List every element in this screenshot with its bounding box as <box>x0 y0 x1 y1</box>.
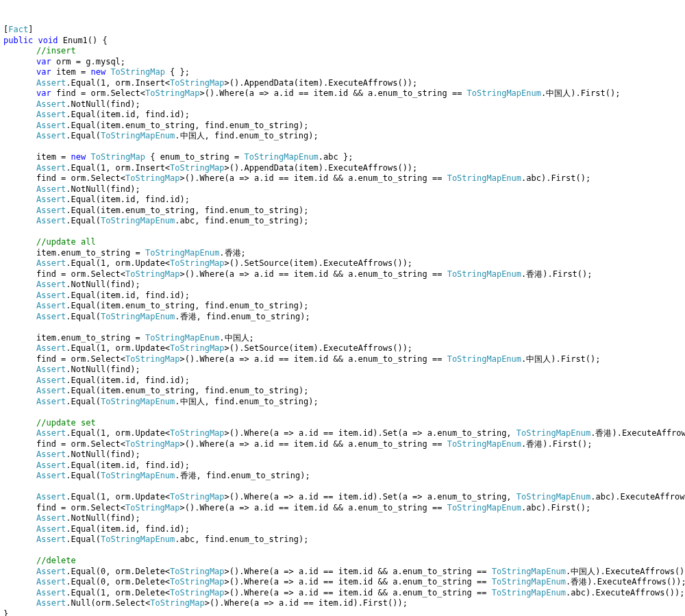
ln: Assert.Equal(ToStringMapEnum.中国人, find.e… <box>36 397 682 408</box>
ln: Assert.Equal(1, orm.Update<ToStringMap>(… <box>36 428 682 439</box>
ln: Assert.Equal(item.id, find.id); <box>36 110 682 121</box>
ln: Assert.NotNull(find); <box>36 184 682 195</box>
ln: Assert.Equal(1, orm.Delete<ToStringMap>(… <box>36 588 682 599</box>
blank <box>36 142 682 153</box>
ln: item.enum_to_string = ToStringMapEnum.中国… <box>36 333 682 344</box>
ln: item = new ToStringMap { enum_to_string … <box>36 152 682 163</box>
blank <box>36 227 682 238</box>
ln: Assert.Equal(ToStringMapEnum.中国人, find.e… <box>36 131 682 142</box>
ln: Assert.Equal(0, orm.Delete<ToStringMap>(… <box>36 567 682 578</box>
ln: Assert.Equal(1, orm.Update<ToStringMap>(… <box>36 258 682 269</box>
ln: Assert.Equal(item.id, find.id); <box>36 524 682 535</box>
ln: Assert.Equal(ToStringMapEnum.香港, find.en… <box>36 471 682 482</box>
ln: Assert.Equal(0, orm.Delete<ToStringMap>(… <box>36 577 682 588</box>
ln: Assert.Equal(1, orm.Update<ToStringMap>(… <box>36 492 682 503</box>
ln: find = orm.Select<ToStringMap>().Where(a… <box>36 503 682 514</box>
cm: //delete <box>36 556 682 567</box>
ln: find = orm.Select<ToStringMap>().Where(a… <box>36 439 682 450</box>
ln: Assert.Equal(1, orm.Insert<ToStringMap>(… <box>36 163 682 174</box>
ln: Assert.Equal(ToStringMapEnum.abc, find.e… <box>36 534 682 545</box>
ln: Assert.Equal(ToStringMapEnum.香港, find.en… <box>36 312 682 323</box>
ln: Assert.Equal(item.id, find.id); <box>36 291 682 301</box>
ln: var item = new ToStringMap { }; <box>36 67 682 78</box>
blank <box>36 407 682 418</box>
ln: Assert.Equal(1, orm.Update<ToStringMap>(… <box>36 343 682 354</box>
ln: find = orm.Select<ToStringMap>().Where(a… <box>36 269 682 280</box>
ln: Assert.Equal(item.id, find.id); <box>36 460 682 471</box>
ln: Assert.NotNull(find); <box>36 99 682 110</box>
ln: Assert.NotNull(find); <box>36 449 682 460</box>
ln: Assert.Equal(item.enum_to_string, find.e… <box>36 386 682 397</box>
attr: [Fact] <box>3 25 682 36</box>
ln: find = orm.Select<ToStringMap>().Where(a… <box>36 173 682 184</box>
close: } <box>3 609 682 617</box>
ln: Assert.NotNull(find); <box>36 513 682 524</box>
cm: //insert <box>36 46 682 57</box>
ln: Assert.NotNull(find); <box>36 280 682 291</box>
ln: Assert.Null(orm.Select<ToStringMap>().Wh… <box>36 598 682 609</box>
cm: //update all <box>36 237 682 248</box>
blank <box>36 482 682 493</box>
cm: //update set <box>36 418 682 429</box>
ln: Assert.Equal(item.id, find.id); <box>36 195 682 206</box>
ln: Assert.Equal(item.enum_to_string, find.e… <box>36 206 682 217</box>
ln: Assert.Equal(ToStringMapEnum.abc, find.e… <box>36 216 682 227</box>
ln: Assert.Equal(item.id, find.id); <box>36 375 682 386</box>
ln: Assert.NotNull(find); <box>36 365 682 375</box>
ln: Assert.Equal(1, orm.Insert<ToStringMap>(… <box>36 78 682 89</box>
sig: public void Enum1() { <box>3 36 682 47</box>
ln: item.enum_to_string = ToStringMapEnum.香港… <box>36 248 682 259</box>
ln: Assert.Equal(item.enum_to_string, find.e… <box>36 121 682 132</box>
ln: var orm = g.mysql; <box>36 57 682 68</box>
code-block: [Fact]public void Enum1() {//insertvar o… <box>3 25 682 616</box>
blank <box>36 322 682 333</box>
ln: find = orm.Select<ToStringMap>().Where(a… <box>36 354 682 365</box>
blank <box>36 545 682 556</box>
ln: Assert.Equal(item.enum_to_string, find.e… <box>36 301 682 312</box>
ln: var find = orm.Select<ToStringMap>().Whe… <box>36 88 682 99</box>
